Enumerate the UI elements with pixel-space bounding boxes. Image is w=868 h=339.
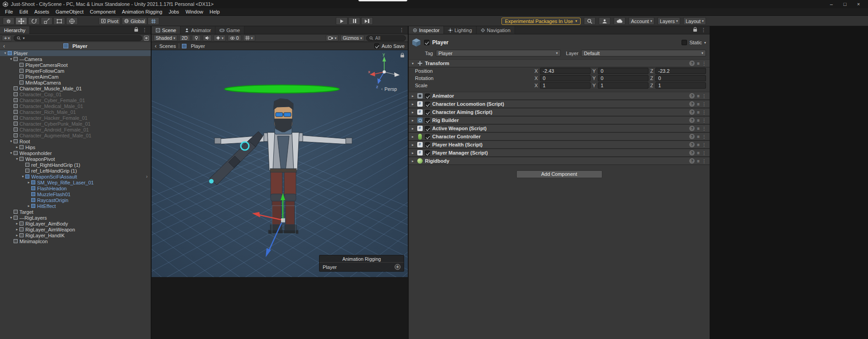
hierarchy-row-character-cyber-female-01[interactable]: Character_Cyber_Female_01 (0, 97, 151, 103)
component-header-character-aiming-script[interactable]: ▸Character Aiming (Script)?≡⋮ (409, 108, 710, 116)
experimental-packages-dropdown[interactable]: Experimental Packages In Use ▾ (501, 18, 581, 25)
component-header-rig-builder[interactable]: ▸Rig Builder?≡⋮ (409, 116, 710, 124)
rotation-x-field[interactable]: 0 (540, 75, 591, 81)
component-header-player-manager-script[interactable]: ▸Player Manager (Script)?≡⋮ (409, 149, 710, 157)
presets-icon[interactable]: ≡ (697, 61, 700, 66)
presets-icon[interactable]: ≡ (697, 110, 700, 115)
tag-dropdown[interactable]: Player ▾ (436, 50, 561, 56)
transform-component-header[interactable]: ▾ Transform ? ≡ ⋮ (409, 59, 710, 67)
hierarchy-row-hiteffect[interactable]: ▸HitEffect (0, 203, 151, 209)
hierarchy-row-flashheadon[interactable]: FlashHeadon (0, 185, 151, 191)
position-y-field[interactable]: 0 (598, 68, 649, 74)
open-prefab-arrow-icon[interactable]: › (146, 174, 151, 179)
prefab-mode-header[interactable]: ‹ Player (0, 42, 151, 50)
hierarchy-row-player[interactable]: ▾Player (0, 50, 151, 56)
audio-toggle-button[interactable] (203, 35, 212, 41)
hierarchy-row-playeraimcam[interactable]: PlayerAimCam (0, 74, 151, 80)
kebab-menu-icon[interactable]: ⋮ (701, 27, 706, 33)
breadcrumb-root[interactable]: Scenes (159, 43, 176, 49)
close-button[interactable]: × (852, 0, 865, 8)
menu-window[interactable]: Window (182, 9, 206, 15)
help-icon[interactable]: ? (689, 142, 695, 147)
rotate-tool-button[interactable] (28, 17, 40, 25)
expand-arrow-icon[interactable]: ▸ (410, 151, 415, 155)
kebab-icon[interactable]: ⋮ (702, 159, 706, 164)
pivot-toggle-button[interactable]: Pivot (99, 17, 120, 25)
hierarchy-row-ref-righthandgrip-1[interactable]: ref_RightHandGrip (1) (0, 162, 151, 168)
component-enabled-checkbox[interactable] (425, 118, 430, 123)
search-button[interactable] (584, 17, 596, 25)
kebab-icon[interactable]: ⋮ (702, 102, 706, 107)
scale-z-field[interactable]: 1 (655, 82, 706, 89)
hierarchy-row-character-cop-01[interactable]: Character_Cop_01 (0, 91, 151, 97)
component-header-animator[interactable]: ▸Animator?≡⋮ (409, 92, 710, 100)
expand-arrow-icon[interactable]: ▾ (410, 61, 415, 66)
scale-x-field[interactable]: 1 (540, 82, 591, 89)
scale-y-field[interactable]: 1 (598, 82, 649, 89)
hierarchy-row-minmapcamera[interactable]: MinMapCamera (0, 80, 151, 85)
menu-jobs[interactable]: Jobs (166, 9, 182, 15)
help-icon[interactable]: ? (689, 61, 695, 66)
component-enabled-checkbox[interactable] (425, 94, 430, 99)
hierarchy-row-character-rich-male-01[interactable]: Character_Rich_Male_01 (0, 109, 151, 115)
help-icon[interactable]: ? (689, 109, 695, 115)
layer-dropdown[interactable]: Default ▾ (581, 50, 706, 56)
rotation-y-field[interactable]: 0 (598, 75, 649, 81)
hierarchy-row-target[interactable]: Target (0, 209, 151, 215)
camera-settings-dropdown[interactable]: ▾ (326, 35, 339, 41)
pause-button[interactable] (348, 17, 360, 25)
expand-arrow-icon[interactable]: ▾ (20, 174, 25, 179)
expand-arrow-icon[interactable]: ▸ (410, 110, 415, 114)
kebab-menu-icon[interactable]: ⋮ (142, 27, 147, 33)
breadcrumb-back-icon[interactable]: ‹ (155, 43, 157, 49)
move-tool-button[interactable] (15, 17, 27, 25)
expand-arrow-icon[interactable]: ▸ (410, 94, 415, 98)
layout-dropdown[interactable]: Layout▾ (683, 17, 706, 25)
help-icon[interactable]: ? (689, 150, 695, 155)
position-x-field[interactable]: -2.43 (540, 68, 591, 74)
hierarchy-row-minimapicon[interactable]: MinimapIcon (0, 238, 151, 244)
component-enabled-checkbox[interactable] (425, 142, 430, 147)
expand-arrow-icon[interactable]: ▸ (26, 204, 31, 208)
help-icon[interactable]: ? (689, 118, 695, 123)
expand-arrow-icon[interactable]: ▸ (26, 180, 31, 184)
menu-assets[interactable]: Assets (31, 9, 52, 15)
expand-arrow-icon[interactable]: ▸ (14, 145, 19, 149)
expand-arrow-icon[interactable]: ▸ (410, 118, 415, 122)
hierarchy-row-root[interactable]: ▾Root (0, 138, 151, 144)
help-icon[interactable]: ? (689, 126, 695, 131)
effects-dropdown[interactable]: ▾ (214, 35, 226, 41)
tab-lighting[interactable]: Lighting (444, 26, 477, 34)
gameobject-active-checkbox[interactable] (424, 40, 429, 45)
kebab-icon[interactable]: ⋮ (702, 142, 706, 147)
grid-snap-button[interactable] (148, 17, 159, 25)
help-icon[interactable]: ? (689, 134, 695, 139)
global-toggle-button[interactable]: Global (122, 17, 147, 25)
component-enabled-checkbox[interactable] (425, 151, 430, 155)
component-header-player-health-script[interactable]: ▸Player Health (Script)?≡⋮ (409, 141, 710, 149)
hierarchy-row-sm-wep-rifle-laser-01[interactable]: ▸SM_Wep_Rifle_Laser_01 (0, 179, 151, 185)
menu-file[interactable]: File (2, 9, 16, 15)
play-button[interactable] (336, 17, 348, 25)
lock-icon[interactable] (134, 29, 138, 32)
menu-edit[interactable]: Edit (16, 9, 31, 15)
tab-inspector[interactable]: Inspector (409, 26, 444, 34)
kebab-icon[interactable]: ⋮ (702, 94, 706, 99)
component-header-character-locomotion-script[interactable]: ▸Character Locomotion (Script)?≡⋮ (409, 100, 710, 108)
account-dropdown[interactable]: Account▾ (629, 17, 654, 25)
breadcrumb-current[interactable]: Player (191, 43, 205, 49)
add-component-button[interactable]: Add Component (516, 170, 602, 178)
expand-arrow-icon[interactable]: ▸ (410, 127, 415, 131)
transform-tool-button[interactable] (66, 17, 78, 25)
collab-button[interactable] (599, 17, 610, 25)
expand-arrow-icon[interactable]: ▾ (14, 157, 19, 161)
menu-animation-rigging[interactable]: Animation Rigging (119, 9, 165, 15)
hierarchy-row-riglayers[interactable]: ▾---RigLayers (0, 215, 151, 221)
hierarchy-row-riglayer-handik[interactable]: ▸RigLayer_HandIK (0, 232, 151, 238)
chevron-down-icon[interactable]: ▾ (704, 41, 706, 45)
expand-arrow-icon[interactable]: ▸ (410, 135, 415, 139)
presets-icon[interactable]: ≡ (697, 94, 700, 99)
lock-icon[interactable] (693, 29, 697, 32)
kebab-icon[interactable]: ⋮ (702, 61, 706, 66)
hierarchy-row-hips[interactable]: ▸Hips (0, 144, 151, 150)
